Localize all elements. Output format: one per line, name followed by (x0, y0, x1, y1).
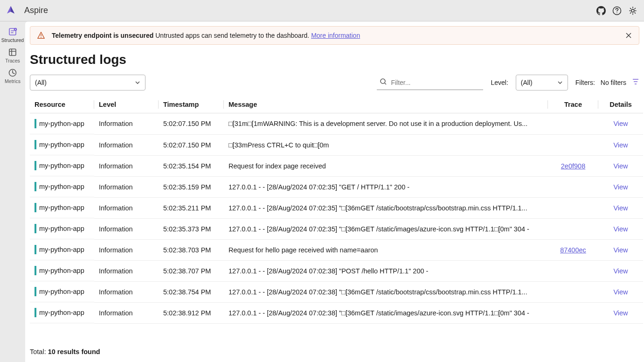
table-row: my-python-appInformation5:02:35.211 PM12… (30, 197, 643, 218)
app-logo-icon (5, 5, 17, 17)
view-link[interactable]: View (613, 183, 628, 191)
trace-link[interactable]: 2e0f908 (561, 162, 585, 170)
resource-color-bar (35, 287, 36, 296)
view-link[interactable]: View (613, 288, 628, 296)
cell-details: View (598, 302, 643, 323)
page-title: Structured logs (25, 45, 644, 71)
cell-resource: my-python-app (30, 260, 94, 281)
th-details[interactable]: Details (598, 96, 643, 113)
svg-point-1 (616, 12, 617, 13)
resource-color-bar (35, 140, 36, 149)
cell-timestamp: 5:02:35.373 PM (159, 218, 224, 239)
view-link[interactable]: View (613, 204, 628, 212)
trace-link[interactable]: 87400ec (560, 246, 586, 254)
table-row: my-python-appInformation5:02:07.150 PM□[… (30, 134, 643, 155)
table-row: my-python-appInformation5:02:38.703 PMRe… (30, 239, 643, 260)
th-trace[interactable]: Trace (548, 96, 598, 113)
view-link[interactable]: View (613, 120, 628, 127)
cell-timestamp: 5:02:35.159 PM (159, 176, 224, 197)
chevron-down-icon (557, 80, 563, 85)
no-filters-text: No filters (601, 79, 626, 86)
cell-level: Information (94, 302, 159, 323)
warning-icon (37, 31, 45, 40)
main-content: Telemetry endpoint is unsecured Untruste… (25, 21, 644, 362)
sidebar-item-metrics[interactable]: Metrics (0, 65, 25, 86)
view-link[interactable]: View (613, 309, 628, 317)
cell-trace (548, 176, 598, 197)
cell-trace (548, 197, 598, 218)
warning-message: Telemetry endpoint is unsecured Untruste… (52, 32, 618, 39)
cell-details: View (598, 155, 643, 176)
help-icon[interactable] (612, 6, 622, 15)
resource-color-bar (35, 161, 36, 170)
cell-message: Request for index page received (224, 155, 548, 176)
view-link[interactable]: View (613, 267, 628, 275)
cell-details: View (598, 176, 643, 197)
cell-timestamp: 5:02:35.211 PM (159, 197, 224, 218)
warning-text: Untrusted apps can send telemetry to the… (153, 32, 311, 39)
table-row: my-python-appInformation5:02:35.159 PM12… (30, 176, 643, 197)
close-icon[interactable] (625, 32, 632, 39)
cell-level: Information (94, 197, 159, 218)
th-resource[interactable]: Resource (30, 96, 94, 113)
cell-message: □[33mPress CTRL+C to quit□[0m (224, 134, 548, 155)
filter-input[interactable] (391, 79, 480, 86)
sidebar-item-structured[interactable]: Structured (0, 24, 25, 45)
resource-select[interactable]: (All) (30, 75, 145, 90)
table-row: my-python-appInformation5:02:35.373 PM12… (30, 218, 643, 239)
table-row: my-python-appInformation5:02:07.150 PM□[… (30, 113, 643, 135)
github-icon[interactable] (596, 6, 606, 15)
cell-trace: 87400ec (548, 239, 598, 260)
filter-add-icon[interactable] (632, 78, 639, 87)
cell-timestamp: 5:02:38.912 PM (159, 302, 224, 323)
cell-trace: 2e0f908 (548, 155, 598, 176)
resource-select-value: (All) (35, 79, 47, 86)
view-link[interactable]: View (613, 246, 628, 254)
cell-trace (548, 134, 598, 155)
sidebar-item-label: Metrics (5, 78, 21, 84)
warning-bold: Telemetry endpoint is unsecured (52, 32, 153, 39)
results-footer: Total: 10 results found (25, 341, 644, 362)
total-label: Total: (30, 348, 48, 355)
cell-message: 127.0.0.1 - - [28/Aug/2024 07:02:35] "□[… (224, 218, 548, 239)
table-row: my-python-appInformation5:02:35.154 PMRe… (30, 155, 643, 176)
cell-trace (548, 260, 598, 281)
resource-color-bar (35, 308, 36, 317)
svg-point-9 (381, 79, 385, 84)
cell-details: View (598, 113, 643, 135)
cell-level: Information (94, 155, 159, 176)
view-link[interactable]: View (613, 225, 628, 233)
sidebar-item-label: Traces (5, 58, 20, 63)
th-level[interactable]: Level (94, 96, 159, 113)
svg-rect-7 (41, 34, 41, 36)
cell-trace (548, 218, 598, 239)
th-timestamp[interactable]: Timestamp (159, 96, 224, 113)
cell-timestamp: 5:02:38.707 PM (159, 260, 224, 281)
level-select[interactable]: (All) (516, 75, 568, 90)
app-title: Aspire (24, 6, 48, 15)
th-message[interactable]: Message (224, 96, 548, 113)
cell-message: □[31m□[1mWARNING: This is a development … (224, 113, 548, 135)
cell-timestamp: 5:02:38.703 PM (159, 239, 224, 260)
svg-rect-5 (9, 49, 16, 56)
cell-resource: my-python-app (30, 281, 94, 302)
cell-details: View (598, 239, 643, 260)
level-label: Level: (491, 79, 508, 86)
filter-controls: (All) Level: (All) Filters: No filters (25, 71, 644, 96)
view-link[interactable]: View (613, 162, 628, 170)
cell-message: 127.0.0.1 - - [28/Aug/2024 07:02:35] "□[… (224, 197, 548, 218)
table-row: my-python-appInformation5:02:38.754 PM12… (30, 281, 643, 302)
view-link[interactable]: View (613, 141, 628, 149)
search-icon (380, 78, 387, 87)
more-info-link[interactable]: More information (311, 32, 360, 39)
cell-trace (548, 302, 598, 323)
cell-level: Information (94, 176, 159, 197)
cell-resource: my-python-app (30, 239, 94, 260)
cell-resource: my-python-app (30, 218, 94, 239)
gear-icon[interactable] (628, 6, 637, 15)
cell-resource: my-python-app (30, 113, 94, 134)
app-header: Aspire (0, 0, 644, 21)
sidebar-item-traces[interactable]: Traces (0, 45, 25, 65)
cell-details: View (598, 281, 643, 302)
cell-resource: my-python-app (30, 302, 94, 323)
